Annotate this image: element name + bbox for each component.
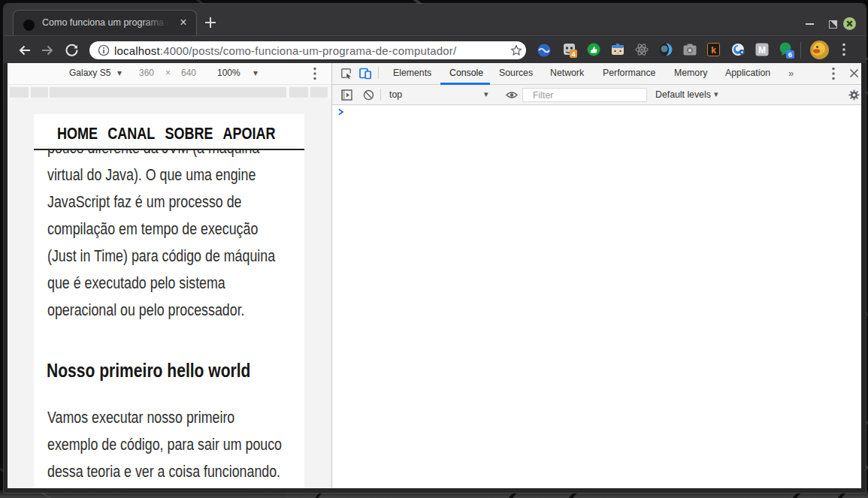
svg-text:6: 6	[788, 50, 792, 59]
svg-text:4: 4	[571, 50, 575, 58]
svg-text:M: M	[758, 45, 766, 56]
svg-text:k: k	[711, 46, 716, 56]
